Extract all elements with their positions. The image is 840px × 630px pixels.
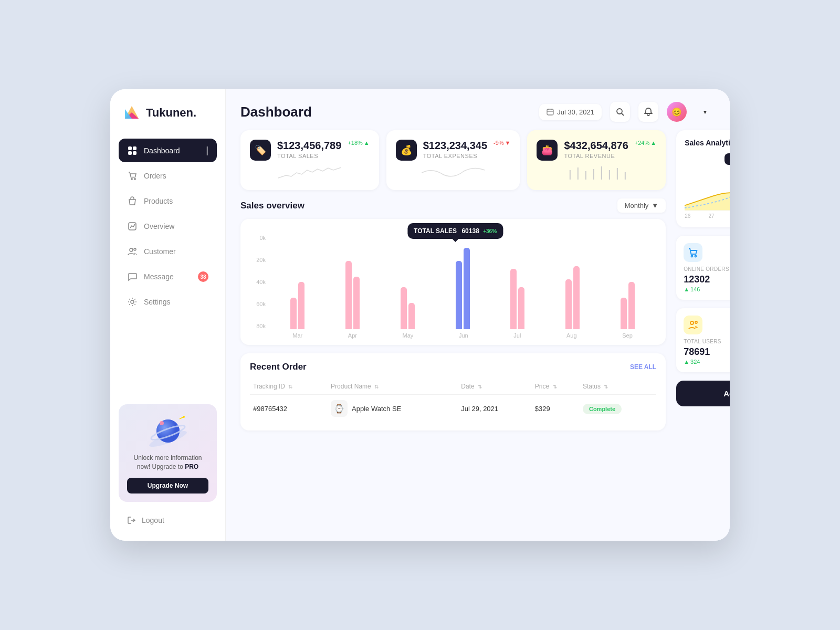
price-cell: $329 [532, 395, 580, 423]
sidebar-item-customer[interactable]: Customer [119, 240, 217, 263]
recent-orders-section: Recent Order SEE ALL Tracking ID ⇅ Produ… [240, 353, 666, 430]
sort-icon-date: ⇅ [478, 384, 482, 390]
sales-overview-section: Sales overview Monthly ▼ TOTAL SALES 601… [240, 198, 666, 345]
order-stats-row-1: ONLINE ORDERS 12302 ▲146 OFFLI [676, 236, 730, 300]
status-cell: Complete [580, 395, 656, 423]
sidebar-item-orders[interactable]: Orders [119, 164, 217, 187]
upgrade-button[interactable]: Upgrade Now [127, 478, 208, 494]
sidebar-item-label-orders: Orders [144, 172, 166, 180]
total-expenses-change: -9% ▼ [494, 140, 510, 146]
total-sales-mini-chart [250, 165, 370, 181]
stats-row: 🏷️ $123,456,789 TOTAL SALES +18% ▲ [240, 130, 666, 190]
grid-icon [127, 145, 138, 156]
cart-icon [127, 171, 138, 181]
planet-illustration [147, 413, 189, 449]
bag-icon [127, 196, 138, 206]
svg-point-10 [130, 248, 133, 251]
bar-group-apr [345, 261, 360, 329]
dropdown-button[interactable]: ▼ [695, 102, 715, 122]
total-expenses-value: $123,234,345 [423, 140, 487, 152]
online-orders-value: 12302 [684, 274, 730, 285]
sidebar: Tukunen. Dashboard | [110, 89, 226, 541]
tooltip-change: +36% [483, 228, 497, 234]
total-revenue-change: +24% ▲ [635, 140, 656, 146]
total-revenue-value: $432,654,876 [564, 140, 628, 152]
total-sales-value: $123,456,789 [277, 140, 341, 152]
svg-rect-6 [133, 151, 136, 155]
bar-group-jun [456, 248, 470, 329]
svg-rect-3 [128, 146, 132, 150]
date-cell: Jul 29, 2021 [458, 395, 532, 423]
gear-icon [127, 297, 138, 307]
col-date: Date ⇅ [458, 379, 532, 395]
orders-table: Tracking ID ⇅ Product Name ⇅ Date ⇅ Pric… [250, 379, 656, 422]
sidebar-item-overview[interactable]: Overview [119, 215, 217, 238]
sort-icon-product: ⇅ [374, 384, 379, 390]
bar-group-jul [510, 269, 524, 329]
period-dropdown[interactable]: Monthly ▼ [617, 198, 666, 213]
logout-icon [127, 516, 136, 525]
left-panel: 🏷️ $123,456,789 TOTAL SALES +18% ▲ [240, 130, 666, 530]
svg-point-38 [691, 256, 693, 257]
logout-label: Logout [142, 516, 164, 524]
date-text: Jul 30, 2021 [557, 108, 594, 116]
online-orders-icon [684, 243, 702, 262]
sidebar-item-message[interactable]: Message 38 [119, 265, 217, 288]
sidebar-item-settings[interactable]: Settings [119, 290, 217, 313]
notification-button[interactable] [638, 102, 658, 122]
header-actions: Jul 30, 2021 😊 ▼ [539, 102, 715, 122]
svg-point-8 [134, 178, 135, 180]
svg-point-39 [695, 256, 697, 257]
svg-point-25 [617, 109, 622, 114]
sales-overview-title: Sales overview [240, 201, 304, 211]
sidebar-item-label-dashboard: Dashboard [144, 146, 180, 155]
total-users-icon [684, 316, 702, 334]
sidebar-item-label-message: Message [144, 272, 174, 281]
add-product-button[interactable]: Add Product [676, 381, 730, 406]
recent-orders-title: Recent Order [250, 362, 307, 372]
tooltip-value: 60138 [461, 227, 479, 235]
line-chart: $49,600 [685, 153, 730, 211]
svg-point-7 [131, 178, 132, 180]
sort-icon-status: ⇅ [604, 384, 608, 390]
right-panel: Sales Analytics Switch to Weekly $49,600 [676, 130, 730, 530]
money-icon: 💰 [396, 140, 417, 161]
svg-point-40 [690, 321, 694, 324]
total-sales-label: TOTAL SALES [277, 153, 341, 159]
sidebar-item-dashboard[interactable]: Dashboard | [119, 139, 217, 162]
sort-icon: ⇅ [288, 384, 292, 390]
chart-icon [127, 221, 138, 232]
header: Dashboard Jul 30, 2021 [226, 89, 730, 130]
chevron-down-icon: ▼ [652, 202, 658, 209]
see-all-link[interactable]: SEE ALL [630, 363, 656, 371]
sidebar-item-label-products: Products [144, 197, 173, 205]
table-row: #98765432 ⌚ Apple Watch SE Jul 29, 2021 … [250, 395, 656, 423]
avatar[interactable]: 😊 [667, 102, 687, 122]
svg-rect-21 [547, 109, 553, 115]
sidebar-item-label-customer: Customer [144, 247, 176, 256]
online-orders-label: ONLINE ORDERS [684, 266, 730, 272]
tooltip-label: TOTAL SALES [414, 227, 457, 235]
svg-rect-5 [128, 151, 132, 155]
search-button[interactable] [610, 102, 630, 122]
order-stats-row-2: TOTAL USERS 78691 ▲324 TOTAL P [676, 308, 730, 372]
sidebar-item-products[interactable]: Products [119, 190, 217, 213]
online-orders-change: ▲146 [684, 286, 730, 292]
total-users-change: ▲324 [684, 359, 730, 365]
chat-icon [127, 271, 138, 282]
col-price: Price ⇅ [532, 379, 580, 395]
logo: Tukunen. [119, 104, 217, 122]
message-badge: 38 [198, 271, 208, 282]
chart-tooltip: TOTAL SALES 60138 +36% [407, 223, 503, 239]
people-icon [127, 246, 138, 257]
content-area: 🏷️ $123,456,789 TOTAL SALES +18% ▲ [226, 130, 730, 541]
logout-item[interactable]: Logout [119, 510, 217, 530]
logo-icon [123, 104, 141, 122]
stat-card-total-sales: 🏷️ $123,456,789 TOTAL SALES +18% ▲ [240, 130, 379, 190]
total-expenses-mini-chart [396, 165, 511, 181]
stat-card-total-revenue: 👛 $432,654,876 TOTAL REVENUE +24% ▲ [527, 130, 666, 190]
svg-point-19 [183, 416, 185, 418]
bar-group-mar [290, 282, 304, 329]
logo-text: Tukunen. [146, 106, 196, 120]
product-img: ⌚ [331, 400, 348, 417]
